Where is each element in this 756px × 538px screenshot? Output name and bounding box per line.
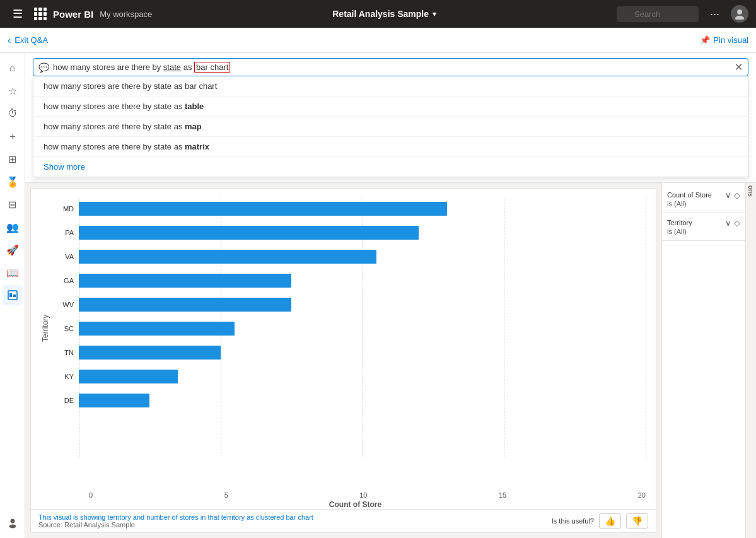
sidebar-home-icon[interactable]: ⌂ — [3, 58, 23, 78]
app-logo: Power BI — [34, 8, 93, 20]
sidebar-apps-icon[interactable]: ⊞ — [3, 149, 23, 169]
workspace-label[interactable]: My workspace — [100, 9, 152, 19]
bar — [79, 202, 447, 216]
sidebar-learn-icon[interactable]: 🚀 — [3, 240, 23, 260]
source-text: Source: Retail Analysis Sample — [38, 521, 313, 529]
x-tick: 5 — [224, 491, 228, 499]
suggestion-text: how many stores are there by state as ta… — [44, 102, 204, 111]
filter-chevron-icon[interactable]: ∨ — [725, 190, 731, 200]
suggestion-text: how many stores are there by state as ba… — [44, 81, 217, 91]
x-axis-label: Count of Store — [65, 500, 646, 509]
footer-text: This visual is showing territory and num… — [38, 513, 313, 529]
exit-qa-button[interactable]: ‹ Exit Q&A — [8, 35, 48, 46]
bar-container — [79, 394, 646, 407]
qa-input-text[interactable]: how many stores are there by state as ba… — [53, 62, 735, 72]
sidebar-recents-icon[interactable]: ⏱ — [3, 103, 23, 124]
bar — [79, 226, 419, 240]
visual-description: This visual is showing territory and num… — [38, 513, 313, 521]
sidebar-favorites-icon[interactable]: ☆ — [3, 81, 23, 101]
filter-count-of-store: Count of Store ∨ ◇ is (All) — [662, 185, 745, 213]
bar-label: GA — [55, 277, 74, 284]
filter-label: Territory — [667, 219, 692, 226]
bar-label: TN — [55, 349, 74, 356]
bar-row-md: MD — [55, 199, 646, 219]
sidebar-people-icon[interactable]: 👥 — [3, 217, 23, 237]
bar-row-de: DE — [55, 390, 646, 411]
sidebar-account-icon[interactable] — [3, 513, 23, 533]
bar-container — [79, 370, 646, 383]
avatar[interactable] — [731, 5, 748, 23]
filter-clear-icon[interactable]: ◇ — [734, 190, 740, 200]
pin-visual-button[interactable]: 📌 Pin visual — [700, 35, 748, 45]
bar-row-va: VA — [55, 247, 646, 267]
bar-container — [79, 250, 646, 264]
filter-row: Territory ∨ ◇ — [667, 218, 740, 228]
useful-label: Is this useful? — [552, 517, 594, 525]
report-title: Retail Analysis Sample ▾ — [158, 9, 610, 19]
svg-rect-3 — [9, 293, 12, 297]
qa-text-mid: as — [181, 62, 194, 72]
suggestion-item[interactable]: how many stores are there by state as ba… — [33, 76, 748, 96]
suggestion-item[interactable]: how many stores are there by state as ta… — [33, 96, 748, 117]
right-panel-wrapper: Count of Store ∨ ◇ is (All) Territory — [661, 183, 756, 538]
bar-label: MD — [55, 205, 74, 213]
chevron-down-icon[interactable]: ▾ — [433, 10, 436, 18]
thumbs-up-button[interactable]: 👍 — [599, 513, 621, 529]
sidebar-create-icon[interactable]: ＋ — [3, 126, 23, 146]
qa-text-state: state — [163, 62, 181, 72]
bar-label: KY — [55, 373, 74, 380]
hamburger-icon[interactable]: ☰ — [8, 4, 28, 24]
filter-territory: Territory ∨ ◇ is (All) — [662, 213, 745, 241]
suggestion-item[interactable]: how many stores are there by state as ma… — [33, 117, 748, 137]
bar-container — [79, 274, 646, 288]
gridline — [646, 199, 646, 457]
filter-actions: ∨ ◇ — [725, 190, 740, 200]
filter-label: Count of Store — [667, 191, 712, 199]
bar — [79, 322, 235, 336]
bar-label: VA — [55, 253, 74, 260]
suggestion-text: how many stores are there by state as ma… — [44, 142, 209, 151]
filter-chevron-icon[interactable]: ∨ — [725, 218, 731, 228]
more-options-icon[interactable]: ··· — [705, 5, 724, 23]
bar-row-ky: KY — [55, 366, 646, 387]
sidebar-report-icon[interactable] — [3, 285, 23, 305]
bar — [79, 394, 149, 407]
filter-actions: ∨ ◇ — [725, 218, 740, 228]
search-wrapper: 🔍 — [617, 6, 699, 22]
bar-row-sc: SC — [55, 319, 646, 339]
sidebar-book-icon[interactable]: 📖 — [3, 262, 23, 283]
main-layout: ⌂ ☆ ⏱ ＋ ⊞ 🏅 ⊟ 👥 🚀 📖 💬 how many stores ar… — [0, 53, 756, 538]
chart-footer: This visual is showing territory and num… — [31, 509, 656, 532]
thumbs-down-button[interactable]: 👎 — [626, 513, 648, 529]
chart-right-wrapper: Territory MD — [25, 183, 756, 538]
search-input[interactable] — [617, 6, 699, 22]
qa-text-barchart: bar chart — [194, 62, 230, 73]
show-more-button[interactable]: Show more — [33, 157, 748, 177]
sidebar-browse-icon[interactable]: ⊟ — [3, 194, 23, 214]
sidebar-metrics-icon[interactable]: 🏅 — [3, 172, 23, 192]
bar-row-ga: GA — [55, 271, 646, 291]
svg-point-0 — [737, 9, 742, 15]
chart-area: Territory MD — [30, 188, 656, 533]
y-axis-label: Territory — [41, 199, 50, 457]
qa-text-pre: how many stores are there by — [53, 62, 163, 72]
x-tick: 10 — [359, 491, 367, 499]
qa-clear-button[interactable]: ✕ — [735, 61, 743, 73]
bar-container — [79, 346, 646, 360]
svg-rect-4 — [13, 295, 16, 297]
secondbar: ‹ Exit Q&A 📌 Pin visual — [0, 28, 756, 53]
bar — [79, 274, 291, 288]
qa-input-area: 💬 how many stores are there by state as … — [25, 53, 756, 183]
filter-clear-icon[interactable]: ◇ — [734, 218, 740, 228]
bar — [79, 346, 221, 360]
qa-input-wrapper[interactable]: 💬 how many stores are there by state as … — [33, 58, 748, 76]
suggestion-item[interactable]: how many stores are there by state as ma… — [33, 137, 748, 157]
bar-row-wv: WV — [55, 295, 646, 315]
bars-area: MD PA VA — [55, 199, 646, 457]
bar — [79, 250, 376, 264]
svg-point-1 — [735, 16, 744, 20]
app-name: Power BI — [53, 9, 93, 20]
bar-label: DE — [55, 397, 74, 404]
x-tick: 20 — [638, 491, 646, 499]
back-arrow-icon: ‹ — [8, 35, 11, 46]
